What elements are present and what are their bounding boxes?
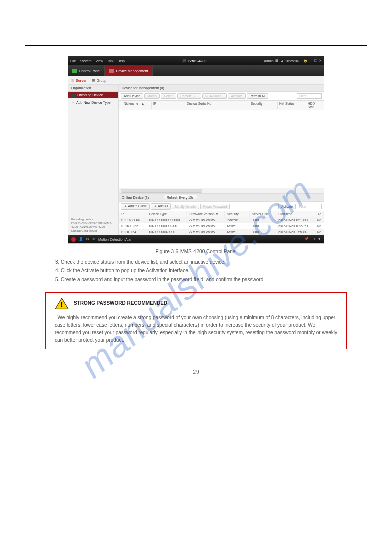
app-title: iVMS-4200 (188, 59, 206, 63)
dashboard-icon[interactable]: ▦ (275, 59, 279, 63)
user-label: admin (264, 59, 274, 63)
online-col-ip[interactable]: IP (119, 211, 147, 217)
tab-device-management-label: Device Management (116, 69, 148, 73)
sidebar-footer-line2: DVR/DVS/NVR/IPC/IPD/iVMS-4200 PCNVR/iVMS… (71, 222, 115, 233)
online-filter-input[interactable]: Filter (297, 204, 322, 209)
titlebar: File System View Tool Help 🎥iVMS-4200 ad… (68, 56, 324, 65)
add-to-client-button[interactable]: ＋ Add to Client (121, 203, 150, 210)
sidebar-organization-header: Organization (68, 85, 118, 92)
refresh-all-button[interactable]: Refresh All (247, 93, 268, 99)
warning-body: –We highly recommend you create a strong… (55, 314, 337, 344)
online-device-header: Online Device (3) Refresh Every 15s (119, 193, 324, 202)
sidebar-footer-line1: Encoding device: (71, 218, 115, 222)
clock-text: 16:25:04 (285, 59, 299, 63)
person-icon[interactable]: 👤 (79, 237, 83, 241)
online-col-start-time[interactable]: Start time (276, 211, 315, 217)
sub-tab-server[interactable]: ☰Server (71, 78, 87, 82)
traffic-icon[interactable]: ⇵ (92, 237, 95, 241)
col-security[interactable]: Security (249, 102, 278, 109)
menu-file[interactable]: File (70, 59, 76, 63)
main-panel: Device for Management (0) Add Device Mod… (119, 85, 324, 235)
refresh-every-button[interactable]: Refresh Every 15s (164, 195, 197, 200)
online-col-server-port[interactable]: Server Port (250, 211, 276, 217)
col-net-status[interactable]: Net Status (278, 102, 306, 109)
activate-button[interactable]: Activate (228, 93, 245, 99)
device-toolbar: Add Device Modify Delete Remote C... VCA… (119, 92, 324, 100)
modify-netinfo-button[interactable]: Modify Netinfo (172, 204, 199, 209)
grid-icon (72, 69, 77, 73)
step-4: 4. Click the Activate button to pop up t… (55, 268, 337, 273)
col-hdd-status[interactable]: HDD Statu (306, 102, 322, 109)
device-table-header: Nickname ▲ IP Device Serial No. Security… (119, 100, 324, 110)
table-row[interactable]: 192.0.0.64XX-XXXXXX-XXXVx.x.xbuild xxxxx… (119, 229, 324, 235)
device-icon (71, 94, 75, 97)
menu-tool[interactable]: Tool (107, 59, 114, 63)
alarm-icon[interactable] (71, 237, 76, 242)
add-device-button[interactable]: Add Device (121, 93, 143, 99)
page-number: 29 (25, 369, 367, 375)
close-icon[interactable]: ✕ (319, 59, 322, 63)
app-window: File System View Tool Help 🎥iVMS-4200 ad… (68, 56, 324, 244)
col-serial[interactable]: Device Serial No. (185, 102, 249, 109)
sub-tab-bar: ☰Server ▦Group (68, 76, 324, 85)
grid-icon: ▦ (92, 78, 95, 82)
sidebar: Organization Encoding Device ＋Add New De… (68, 85, 119, 235)
col-nickname[interactable]: Nickname ▲ (121, 102, 152, 109)
warning-box: ! STRONG PASSWORD RECOMMENDED –We highly… (45, 292, 347, 349)
list-icon: ☰ (71, 78, 74, 82)
sub-tab-server-label: Server (76, 79, 87, 82)
vca-alloca-button[interactable]: VCA Alloca... (202, 93, 227, 99)
menu-help[interactable]: Help (118, 59, 125, 63)
menu-system[interactable]: System (80, 59, 91, 63)
top-divider (25, 45, 367, 46)
app-logo-icon: 🎥 (182, 59, 187, 63)
sidebar-footer: Encoding device: DVR/DVS/NVR/IPC/IPD/iVM… (68, 216, 118, 235)
screen-icon[interactable]: 🖥 (280, 59, 284, 63)
minimize-icon[interactable]: — (309, 59, 313, 63)
device-table-empty (119, 110, 324, 188)
tab-control-panel-label: Control Panel (79, 69, 100, 73)
table-row[interactable]: 192.168.1.64XX-XXXXXXXXXXXXVx.x.xbuild x… (119, 217, 324, 223)
sidebar-add-new-type-label: Add New Device Type (76, 101, 111, 104)
online-device-title: Online Device (3) (122, 196, 149, 199)
expand-icon[interactable]: ⬆ (318, 237, 321, 241)
modify-button[interactable]: Modify (144, 93, 160, 99)
horizontal-scrollbar[interactable] (119, 188, 324, 193)
sidebar-item-add-device-type[interactable]: ＋Add New Device Type (68, 98, 118, 106)
step-5: 5. Create a password and input the passw… (55, 276, 337, 282)
table-row[interactable]: 10.16.1.222XX-XXXXXXXX-XXVx.x.xbuild xxx… (119, 223, 324, 229)
status-alarm-text: Motion Detection Alarm (98, 238, 134, 241)
tab-control-panel[interactable]: Control Panel (68, 65, 105, 76)
lock-icon[interactable]: 🔒 (303, 59, 308, 63)
mail-icon[interactable]: ✉ (86, 237, 89, 241)
panel-icon[interactable]: ☐ (312, 237, 315, 241)
plus-icon: ＋ (71, 100, 75, 105)
sidebar-item-encoding-device[interactable]: Encoding Device (68, 92, 118, 98)
col-ip[interactable]: IP (152, 102, 185, 109)
sub-tab-group-label: Group (97, 79, 106, 82)
sidebar-encoding-device-label: Encoding Device (77, 93, 103, 97)
online-col-security[interactable]: Security (225, 211, 250, 217)
tab-device-management[interactable]: Device Management (105, 65, 152, 76)
online-toolbar: ＋ Add to Client ＋ Add All Modify Netinfo… (119, 202, 324, 211)
online-device-table: IP Device Type Firmware Version ▼ Securi… (119, 211, 324, 235)
online-col-firmware[interactable]: Firmware Version ▼ (186, 211, 224, 217)
scrollbar-thumb[interactable] (121, 189, 202, 193)
maximize-icon[interactable]: ☐ (314, 59, 317, 63)
step-3: 3. Check the device status from the devi… (55, 259, 337, 265)
online-col-device-type[interactable]: Device Type (147, 211, 186, 217)
online-activate-button[interactable]: Activate (278, 204, 296, 209)
delete-button[interactable]: Delete (161, 93, 176, 99)
pin-icon[interactable]: 📌 (304, 237, 309, 241)
filter-input[interactable]: Filter (297, 93, 322, 99)
reset-password-button[interactable]: Reset Password (200, 204, 230, 209)
online-col-ac[interactable]: Ac (315, 211, 324, 217)
figure-caption: Figure 3-6 iVMS-4200 Control Panel (25, 249, 367, 254)
add-all-button[interactable]: ＋ Add All (151, 203, 171, 210)
status-bar: 👤 ✉ ⇵ Motion Detection Alarm 📌 ☐ ⬆ (68, 235, 324, 243)
svg-text:!: ! (60, 300, 63, 309)
warning-icon: ! (55, 298, 69, 310)
sub-tab-group[interactable]: ▦Group (92, 78, 106, 82)
remote-config-button[interactable]: Remote C... (177, 93, 201, 99)
menu-view[interactable]: View (96, 59, 103, 63)
